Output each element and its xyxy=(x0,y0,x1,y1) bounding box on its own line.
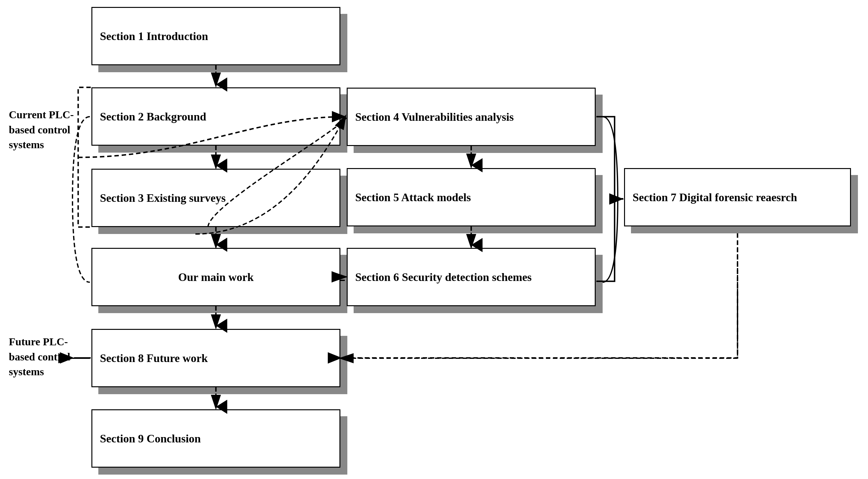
sec8-box: Section 8 Future work xyxy=(91,329,347,394)
sec1-label: Section 1 Introduction xyxy=(100,30,208,43)
sec9-label: Section 9 Conclusion xyxy=(100,432,201,445)
diagram-container: Section 1 Introduction Section 2 Backgro… xyxy=(0,0,868,479)
sec2-label: Section 2 Background xyxy=(100,110,206,123)
main-box: Our main work xyxy=(91,248,347,313)
sec3-label: Section 3 Existing surveys xyxy=(100,191,226,205)
sec5-label: Section 5 Attack models xyxy=(355,191,471,204)
sec3-box: Section 3 Existing surveys xyxy=(91,169,347,234)
sec1-box: Section 1 Introduction xyxy=(91,7,347,72)
sec7-box: Section 7 Digital forensic reaesrch xyxy=(624,168,858,233)
sec9-box: Section 9 Conclusion xyxy=(91,409,347,475)
sec5-box: Section 5 Attack models xyxy=(347,168,602,233)
sec6-box: Section 6 Security detection schemes xyxy=(347,248,602,313)
current-plc-label: Current PLC- based control systems xyxy=(9,107,74,152)
main-label: Our main work xyxy=(178,271,253,284)
sec6-label: Section 6 Security detection schemes xyxy=(355,271,532,284)
sec4-box: Section 4 Vulnerabilities analysis xyxy=(347,88,602,153)
sec7-label: Section 7 Digital forensic reaesrch xyxy=(632,191,797,204)
future-plc-label: Future PLC- based control systems xyxy=(9,334,70,379)
sec8-label: Section 8 Future work xyxy=(100,352,208,365)
sec4-label: Section 4 Vulnerabilities analysis xyxy=(355,110,514,124)
sec2-box: Section 2 Background xyxy=(91,87,347,153)
